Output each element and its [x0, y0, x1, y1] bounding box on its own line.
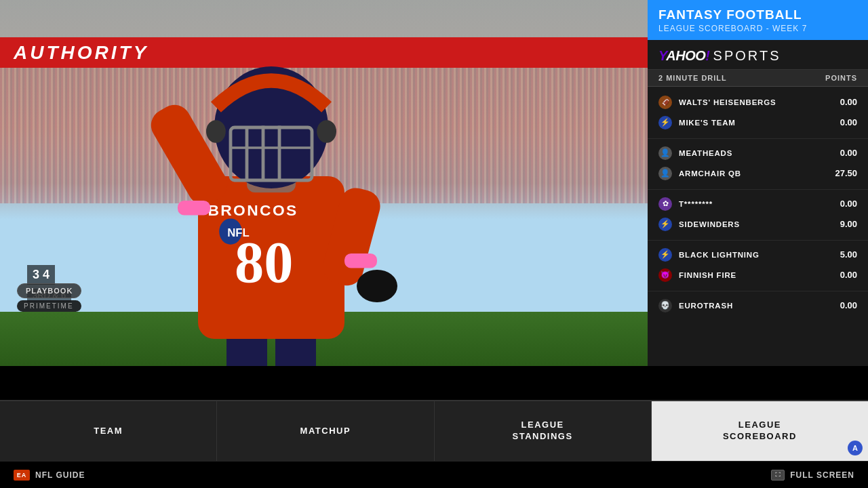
tab-league-scoreboard[interactable]: LEAGUESCOREBOARD A	[652, 401, 868, 461]
team-points-armchair: 27.50	[830, 168, 857, 178]
team-icon-meatheads: 👤	[658, 146, 672, 160]
table-row: 😈 FINNISH FIRE 0.00	[648, 265, 868, 285]
svg-point-11	[357, 270, 397, 302]
fullscreen-icon: ⛶	[771, 470, 785, 481]
svg-text:BRONCOS: BRONCOS	[208, 201, 298, 219]
team-name-eurotrash: EUROTRASH	[679, 302, 823, 310]
table-row: ✿ T******** 0.00	[648, 194, 868, 214]
column-headers: 2 MINUTE DRILL POINTS	[648, 70, 868, 87]
tab-team[interactable]: TEAM	[0, 401, 217, 461]
main-content-area: AUTHORITY 80 BRONCOS	[0, 0, 868, 400]
tab-league-scoreboard-label: LEAGUESCOREBOARD	[723, 420, 797, 443]
col-points-header: POINTS	[825, 74, 857, 82]
svg-point-19	[206, 120, 226, 143]
svg-point-20	[317, 120, 336, 143]
panel-header: FANTASY FOOTBALL LEAGUE SCOREBOARD - WEE…	[648, 0, 868, 40]
panel-title: FANTASY FOOTBALL	[658, 8, 857, 22]
yahoo-y: Y	[658, 48, 666, 63]
nfl-guide-label: NFL GUIDE	[35, 470, 85, 480]
team-icon-black-lightning: ⚡	[658, 248, 672, 262]
team-points-mikes: 0.00	[830, 117, 857, 127]
matchup-group-5: 💀 EUROTRASH 0.00	[648, 293, 868, 321]
col-team-header: 2 MINUTE DRILL	[658, 74, 727, 82]
matchup-group-1: 🏈 WALTS' HEISENBERGS 0.00 ⚡ MIKE'S TEAM …	[648, 89, 868, 139]
team-icon-walts: 🏈	[658, 96, 672, 109]
team-icon-finnish-fire: 😈	[658, 268, 672, 282]
ea-logo: EA	[14, 470, 30, 481]
table-row: ⚡ MIKE'S TEAM 0.00	[648, 113, 868, 133]
matchup-group-2: 👤 MEATHEADS 0.00 👤 ARMCHAIR QB 27.50	[648, 140, 868, 190]
team-icon-t: ✿	[658, 197, 672, 211]
a-button: A	[848, 441, 863, 455]
team-points-sidewinders: 9.00	[830, 219, 857, 229]
team-icon-mikes: ⚡	[658, 116, 672, 129]
team-icon-eurotrash: 💀	[658, 299, 672, 312]
video-background: AUTHORITY 80 BRONCOS	[0, 0, 648, 366]
bottom-navigation: TEAM MATCHUP LEAGUESTANDINGS LEAGUESCORE…	[0, 400, 868, 461]
team-points-finnish-fire: 0.00	[830, 270, 857, 280]
primetime-badge: PRIMETIME	[17, 300, 81, 312]
team-name-armchair: ARMCHAIR QB	[679, 169, 823, 178]
playbook-badge: PLAYBOOK	[17, 283, 81, 298]
team-points-walts: 0.00	[830, 97, 857, 107]
nfl-guide: EA NFL GUIDE	[14, 470, 85, 481]
team-icon-sidewinders: ⚡	[658, 218, 672, 231]
team-points-eurotrash: 0.00	[830, 300, 857, 310]
playbook-overlay: PLAYBOOK PRIMETIME	[17, 283, 81, 312]
yahoo-sports-logo: YAHOO! SPORTS	[648, 40, 868, 70]
svg-rect-21	[178, 201, 210, 216]
table-row: 💀 EUROTRASH 0.00	[648, 296, 868, 316]
tab-matchup-label: MATCHUP	[300, 426, 351, 437]
team-name-finnish-fire: FINNISH FIRE	[679, 271, 823, 279]
table-row: 👤 ARMCHAIR QB 27.50	[648, 163, 868, 184]
tab-team-label: TEAM	[94, 426, 123, 437]
panel-subtitle: LEAGUE SCOREBOARD - WEEK 7	[658, 24, 857, 33]
fullscreen-label: FULL SCREEN	[790, 470, 854, 480]
table-row: 👤 MEATHEADS 0.00	[648, 143, 868, 163]
team-name-t: T********	[679, 200, 823, 208]
matchup-group-4: ⚡ BLACK LIGHTNING 5.00 😈 FINNISH FIRE 0.…	[648, 242, 868, 291]
player-figure: 80 BRONCOS NFL	[68, 14, 475, 366]
team-name-meatheads: MEATHEADS	[679, 149, 823, 157]
matchups-list: 🏈 WALTS' HEISENBERGS 0.00 ⚡ MIKE'S TEAM …	[648, 87, 868, 366]
scoreboard-panel: FANTASY FOOTBALL LEAGUE SCOREBOARD - WEE…	[648, 0, 868, 366]
tab-league-standings[interactable]: LEAGUESTANDINGS	[435, 401, 652, 461]
team-name-sidewinders: SIDEWINDERS	[679, 220, 823, 228]
team-points-t: 0.00	[830, 199, 857, 209]
svg-text:NFL: NFL	[227, 226, 250, 239]
table-row: 🏈 WALTS' HEISENBERGS 0.00	[648, 92, 868, 113]
team-name-walts: WALTS' HEISENBERGS	[679, 98, 823, 106]
score-display: 3 4	[27, 265, 55, 285]
video-area: AUTHORITY 80 BRONCOS	[0, 0, 648, 366]
team-points-meatheads: 0.00	[830, 148, 857, 158]
team-points-black-lightning: 5.00	[830, 249, 857, 260]
tab-league-standings-label: LEAGUESTANDINGS	[513, 420, 573, 443]
tab-matchup[interactable]: MATCHUP	[217, 401, 434, 461]
team-icon-armchair: 👤	[658, 167, 672, 180]
table-row: ⚡ SIDEWINDERS 9.00	[648, 214, 868, 235]
sports-text: SPORTS	[713, 48, 781, 63]
bottom-bar: EA NFL GUIDE ⛶ FULL SCREEN	[0, 461, 868, 488]
svg-rect-22	[344, 253, 377, 268]
team-name-black-lightning: BLACK LIGHTNING	[679, 251, 823, 259]
yahoo-logo: YAHOO!	[658, 48, 713, 63]
full-screen[interactable]: ⛶ FULL SCREEN	[771, 470, 854, 481]
table-row: ⚡ BLACK LIGHTNING 5.00	[648, 245, 868, 265]
matchup-group-3: ✿ T******** 0.00 ⚡ SIDEWINDERS 9.00	[648, 191, 868, 241]
svg-text:80: 80	[235, 230, 293, 295]
yahoo-exclaim: !	[705, 48, 709, 63]
team-name-mikes: MIKE'S TEAM	[679, 119, 823, 127]
